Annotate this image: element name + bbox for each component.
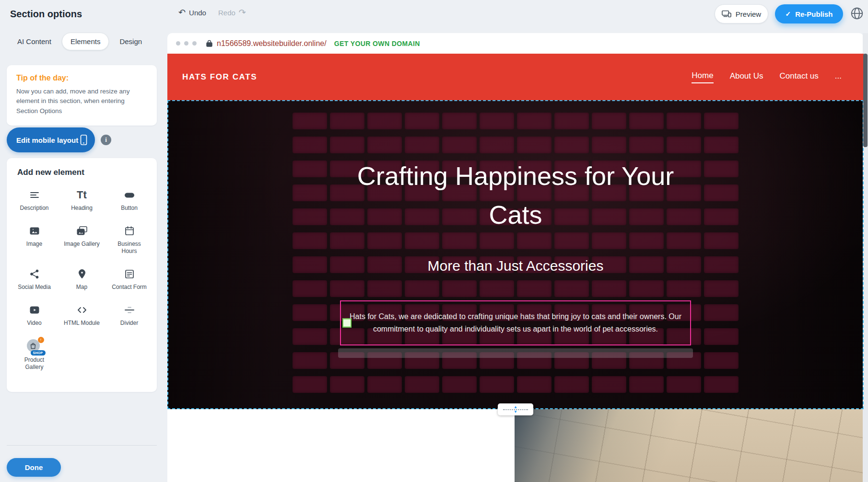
element-label: Map [76, 284, 87, 291]
done-button[interactable]: Done [7, 458, 61, 477]
map-icon [76, 267, 88, 281]
tip-card: Tip of the day: Now you can add, move an… [7, 65, 157, 126]
republish-label: Re-Publish [795, 10, 833, 18]
element-label: Image Gallery [64, 241, 100, 248]
hero-section[interactable]: Crafting Happiness for Your Cats More th… [167, 100, 864, 409]
element-label: Contact Form [112, 284, 147, 291]
description-icon [29, 188, 40, 202]
element-item-contact-form[interactable]: Contact Form [106, 263, 153, 295]
tab-ai-content[interactable]: AI Content [9, 33, 60, 50]
element-item-divider[interactable]: Divider [106, 299, 153, 331]
redo-button[interactable]: Redo ↷ [218, 8, 246, 17]
element-item-video[interactable]: Video [11, 299, 58, 331]
canvas-scrollbar-thumb[interactable] [863, 54, 868, 147]
element-label: Social Media [18, 284, 51, 291]
page-title: Section options [10, 9, 82, 20]
divider-icon [124, 303, 135, 317]
add-element-title: Add new element [17, 168, 153, 177]
drag-handle[interactable] [342, 319, 352, 328]
element-grid: Description Tt Heading Button Image [11, 184, 153, 375]
devices-icon [722, 10, 731, 18]
next-section-blank[interactable] [167, 409, 515, 482]
image-icon [29, 224, 40, 238]
undo-icon: ↶ [178, 8, 186, 17]
republish-button[interactable]: ✓ Re-Publish [775, 4, 843, 23]
element-item-heading[interactable]: Tt Heading [58, 184, 106, 216]
sidebar-tabs: AI Content Elements Design [9, 33, 151, 50]
site-nav: Home About Us Contact us ... [692, 71, 842, 83]
browser-bar: n1566589.websitebuilder.online/ GET YOUR… [167, 33, 864, 54]
nav-item-home[interactable]: Home [692, 71, 713, 83]
get-domain-link[interactable]: GET YOUR OWN DOMAIN [334, 40, 420, 47]
redo-icon: ↷ [239, 8, 246, 17]
element-item-image[interactable]: Image [11, 220, 58, 259]
business-hours-icon [124, 224, 135, 238]
nav-item-contact[interactable]: Contact us [780, 71, 819, 83]
html-module-icon [76, 303, 88, 317]
element-item-image-gallery[interactable]: Image Gallery [58, 220, 106, 259]
heading-icon: Tt [77, 188, 87, 202]
hero-subheading[interactable]: More than Just Accessories [348, 255, 683, 276]
element-item-social-media[interactable]: Social Media [11, 263, 58, 295]
tab-elements[interactable]: Elements [62, 33, 109, 50]
nav-item-more[interactable]: ... [835, 71, 842, 83]
product-gallery-icon: ↑ SHOP [26, 339, 43, 354]
element-item-business-hours[interactable]: Business Hours [106, 220, 153, 259]
element-label: Image [26, 241, 42, 248]
hero-paragraph[interactable]: Hats for Cats, we are dedicated to craft… [341, 310, 690, 336]
contact-form-icon [124, 267, 135, 281]
element-label: Description [20, 205, 48, 212]
element-label: Divider [120, 320, 138, 327]
arrow-down-icon: ▼ [514, 411, 517, 413]
tab-design[interactable]: Design [111, 33, 151, 50]
preview-button[interactable]: Preview [715, 4, 768, 23]
sidebar-divider [7, 445, 157, 446]
video-icon [29, 303, 40, 317]
hero-heading[interactable]: Crafting Happiness for Your Cats [331, 157, 700, 234]
undo-label: Undo [189, 9, 206, 17]
element-toolbar-ghost [338, 348, 693, 358]
element-item-button[interactable]: Button [106, 184, 153, 216]
button-icon [124, 188, 135, 202]
image-gallery-icon [76, 224, 88, 238]
element-item-description[interactable]: Description [11, 184, 58, 216]
element-label: Heading [71, 205, 93, 212]
tip-body: Now you can add, move and resize any ele… [16, 87, 147, 116]
element-label: Business Hours [111, 241, 148, 255]
element-item-product-gallery[interactable]: ↑ SHOP Product Gallery [11, 335, 58, 375]
element-label: Video [27, 320, 41, 327]
element-label: Product Gallery [16, 356, 53, 371]
redo-label: Redo [218, 9, 235, 17]
info-icon[interactable]: i [101, 135, 111, 145]
window-controls [176, 41, 197, 46]
selected-paragraph-box[interactable]: Hats for Cats, we are dedicated to craft… [340, 300, 691, 345]
element-item-map[interactable]: Map [58, 263, 106, 295]
nav-item-about[interactable]: About Us [730, 71, 763, 83]
site-url[interactable]: n1566589.websitebuilder.online/ [217, 39, 327, 48]
next-section-photo[interactable] [515, 409, 864, 482]
undo-button[interactable]: ↶ Undo [178, 8, 206, 17]
element-label: HTML Module [64, 320, 100, 327]
language-globe-icon[interactable] [850, 6, 865, 22]
edit-mobile-layout-button[interactable]: Edit mobile layout [7, 127, 95, 152]
preview-label: Preview [736, 10, 761, 18]
check-icon: ✓ [785, 10, 791, 18]
lock-icon [206, 40, 212, 47]
arrow-up-icon: ▲ [514, 406, 517, 409]
element-label: Button [121, 205, 138, 212]
add-element-panel: Add new element Description Tt Heading B… [7, 158, 157, 392]
section-resize-handle[interactable]: ▲ ▼ [498, 403, 533, 415]
site-header[interactable]: HATS FOR CATS Home About Us Contact us .… [167, 54, 864, 100]
social-media-icon [29, 267, 40, 281]
app-window: Section options ↶ Undo Redo ↷ Preview ✓ … [0, 0, 868, 482]
site-logo[interactable]: HATS FOR CATS [182, 72, 257, 82]
tip-title: Tip of the day: [16, 74, 147, 82]
phone-icon [80, 135, 87, 145]
element-item-html-module[interactable]: HTML Module [58, 299, 106, 331]
edit-mobile-label: Edit mobile layout [16, 136, 78, 144]
shop-pill: SHOP [31, 350, 46, 356]
upgrade-badge-icon: ↑ [38, 337, 44, 343]
